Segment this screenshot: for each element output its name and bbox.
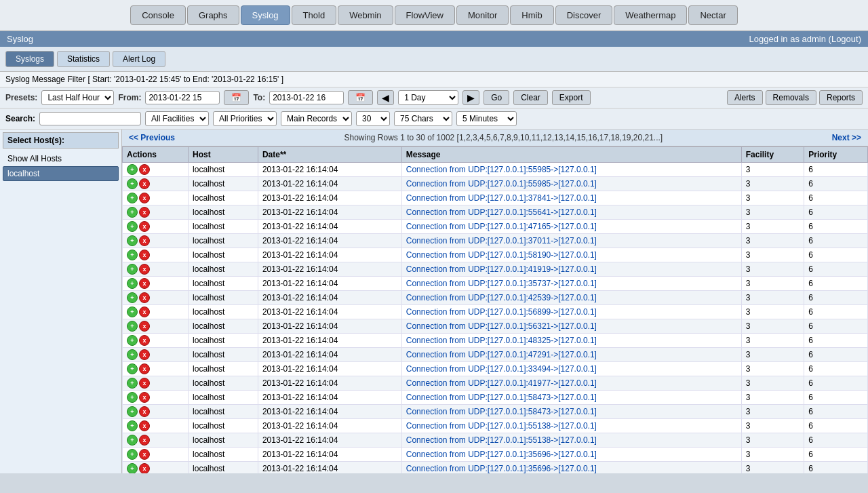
action-remove-icon[interactable]: x [139,178,150,189]
tab-alert-log[interactable]: Alert Log [113,51,165,67]
message-link[interactable]: Connection from UDP:[127.0.0.1]:48325->[… [406,336,597,345]
nav-tab-discover[interactable]: Discover [555,5,613,25]
action-allow-icon[interactable]: + [127,435,138,446]
message-link[interactable]: Connection from UDP:[127.0.0.1]:55138->[… [406,421,597,431]
action-remove-icon[interactable]: x [139,164,150,175]
action-allow-icon[interactable]: + [127,250,138,260]
host-item-localhost[interactable]: localhost [3,166,119,181]
action-remove-icon[interactable]: x [139,292,150,303]
action-remove-icon[interactable]: x [139,207,150,218]
message-link[interactable]: Connection from UDP:[127.0.0.1]:37841->[… [406,193,597,203]
action-allow-icon[interactable]: + [127,449,138,460]
message-link[interactable]: Connection from UDP:[127.0.0.1]:42539->[… [406,293,597,302]
nav-tab-monitor[interactable]: Monitor [456,5,509,25]
nav-tab-nectar[interactable]: Nectar [688,5,737,25]
priorities-select[interactable]: All Priorities [213,111,277,126]
message-link[interactable]: Connection from UDP:[127.0.0.1]:58190->[… [406,250,597,260]
host-item-show-all[interactable]: Show All Hosts [3,151,119,166]
message-link[interactable]: Connection from UDP:[127.0.0.1]:56321->[… [406,321,597,331]
export-button[interactable]: Export [552,90,591,105]
action-remove-icon[interactable]: x [139,221,150,232]
action-remove-icon[interactable]: x [139,420,150,431]
action-remove-icon[interactable]: x [139,463,150,473]
go-button[interactable]: Go [484,90,509,105]
to-input[interactable] [269,91,344,104]
nav-tab-weathermap[interactable]: Weathermap [614,5,687,25]
action-allow-icon[interactable]: + [127,193,138,203]
clear-button[interactable]: Clear [513,90,548,105]
message-link[interactable]: Connection from UDP:[127.0.0.1]:37011->[… [406,236,597,245]
col-priority[interactable]: Priority [804,147,868,163]
action-remove-icon[interactable]: x [139,193,150,203]
to-calendar-button[interactable]: 📅 [348,90,373,105]
message-link[interactable]: Connection from UDP:[127.0.0.1]:56899->[… [406,307,597,317]
action-remove-icon[interactable]: x [139,250,150,260]
reports-button[interactable]: Reports [819,90,863,105]
action-allow-icon[interactable]: + [127,321,138,332]
nav-tab-hmib[interactable]: Hmib [510,5,553,25]
message-link[interactable]: Connection from UDP:[127.0.0.1]:41919->[… [406,264,597,274]
action-remove-icon[interactable]: x [139,335,150,346]
action-remove-icon[interactable]: x [139,264,150,275]
prev-arrow-button[interactable]: ◀ [377,90,394,105]
nav-tab-syslog[interactable]: Syslog [241,5,290,25]
col-date[interactable]: Date** [258,147,401,163]
message-link[interactable]: Connection from UDP:[127.0.0.1]:35696->[… [406,450,597,459]
action-allow-icon[interactable]: + [127,349,138,360]
action-allow-icon[interactable]: + [127,307,138,317]
message-link[interactable]: Connection from UDP:[127.0.0.1]:33494->[… [406,364,597,374]
action-allow-icon[interactable]: + [127,292,138,303]
action-allow-icon[interactable]: + [127,178,138,189]
action-allow-icon[interactable]: + [127,264,138,275]
action-remove-icon[interactable]: x [139,349,150,360]
action-allow-icon[interactable]: + [127,406,138,417]
message-link[interactable]: Connection from UDP:[127.0.0.1]:35696->[… [406,464,597,473]
nav-tab-console[interactable]: Console [130,5,186,25]
interval-select[interactable]: 5 Minutes 10 Minutes 30 Minutes [456,111,517,126]
action-allow-icon[interactable]: + [127,278,138,289]
from-input[interactable] [145,91,220,104]
action-allow-icon[interactable]: + [127,420,138,431]
from-calendar-button[interactable]: 📅 [224,90,249,105]
tab-statistics[interactable]: Statistics [57,51,110,67]
message-link[interactable]: Connection from UDP:[127.0.0.1]:58473->[… [406,393,597,402]
action-allow-icon[interactable]: + [127,363,138,374]
action-remove-icon[interactable]: x [139,307,150,317]
action-allow-icon[interactable]: + [127,463,138,473]
action-allow-icon[interactable]: + [127,392,138,403]
col-facility[interactable]: Facility [741,147,804,163]
action-allow-icon[interactable]: + [127,164,138,175]
alerts-button[interactable]: Alerts [727,90,763,105]
records-select[interactable]: Main Records [281,111,352,126]
message-link[interactable]: Connection from UDP:[127.0.0.1]:47291->[… [406,350,597,359]
col-host[interactable]: Host [189,147,258,163]
action-remove-icon[interactable]: x [139,278,150,289]
action-remove-icon[interactable]: x [139,321,150,332]
removals-button[interactable]: Removals [766,90,816,105]
nav-tab-graphs[interactable]: Graphs [187,5,239,25]
action-remove-icon[interactable]: x [139,406,150,417]
nav-tab-flowview[interactable]: FlowView [395,5,455,25]
col-message[interactable]: Message [401,147,741,163]
duration-select[interactable]: 1 Day 1 Hour 30 Minutes [398,90,458,105]
nav-tab-thold[interactable]: Thold [292,5,337,25]
rows-select[interactable]: 30 50 100 [356,111,390,126]
message-link[interactable]: Connection from UDP:[127.0.0.1]:35737->[… [406,279,597,288]
message-link[interactable]: Connection from UDP:[127.0.0.1]:55985->[… [406,165,597,174]
next-page-link[interactable]: Next >> [832,133,861,142]
chars-select[interactable]: 75 Chars 100 Chars 150 Chars [394,111,452,126]
facilities-select[interactable]: All Facilities [145,111,209,126]
tab-syslogs[interactable]: Syslogs [5,51,54,67]
message-link[interactable]: Connection from UDP:[127.0.0.1]:55641->[… [406,208,597,217]
message-link[interactable]: Connection from UDP:[127.0.0.1]:58473->[… [406,407,597,416]
action-allow-icon[interactable]: + [127,221,138,232]
search-input[interactable] [39,112,141,125]
action-remove-icon[interactable]: x [139,435,150,446]
action-allow-icon[interactable]: + [127,335,138,346]
action-remove-icon[interactable]: x [139,235,150,246]
message-link[interactable]: Connection from UDP:[127.0.0.1]:47165->[… [406,222,597,231]
nav-tab-webmin[interactable]: Webmin [338,5,393,25]
action-remove-icon[interactable]: x [139,363,150,374]
action-allow-icon[interactable]: + [127,235,138,246]
action-remove-icon[interactable]: x [139,449,150,460]
